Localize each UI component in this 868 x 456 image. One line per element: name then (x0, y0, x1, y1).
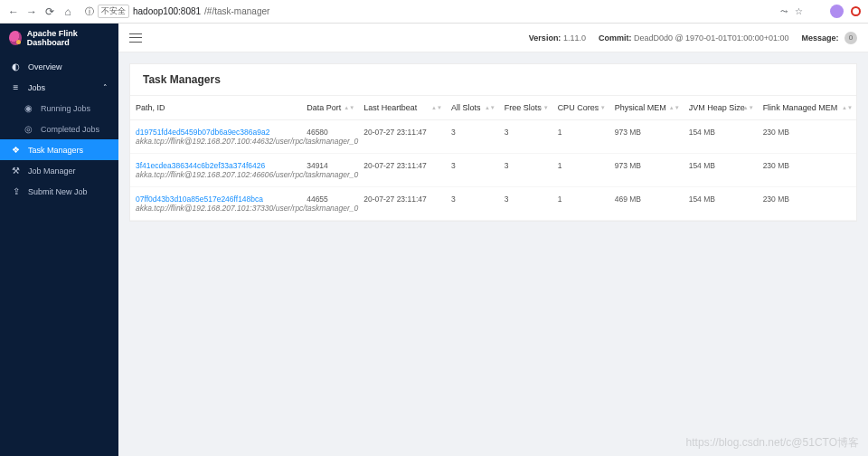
sidebar-label: Submit New Job (28, 187, 88, 196)
cell-free-slots: 3 (499, 154, 552, 187)
tm-id-link[interactable]: 07ff0d43b3d10a85e517e246ff148bca (136, 195, 296, 204)
sidebar-item-jobs[interactable]: ≡ Jobs ˄ (0, 77, 118, 98)
home-icon[interactable]: ⌂ (61, 5, 74, 18)
cell-all-slots: 3 (446, 187, 499, 221)
card-title: Task Managers (130, 64, 856, 96)
col-last-heartbeat[interactable]: Last Heartbeat▲▼ (358, 96, 446, 120)
message-info: Message: 0 (801, 32, 857, 44)
cell-physical-mem: 973 MB (609, 120, 684, 154)
col-jvm-heap[interactable]: JVM Heap Size▲▼ (684, 96, 758, 120)
sort-icon: ▲▼ (669, 106, 680, 109)
sidebar-label: Task Managers (28, 146, 83, 155)
sort-icon: ▲▼ (595, 106, 606, 109)
dashboard-icon: ◐ (11, 62, 21, 71)
sort-icon: ▲▼ (743, 106, 754, 109)
cell-flink-mem: 230 MB (758, 154, 856, 187)
cell-flink-mem: 230 MB (758, 120, 856, 154)
topbar: Version: 1.11.0 Commit: DeadD0d0 @ 1970-… (118, 24, 868, 52)
check-circle-icon: ◎ (24, 124, 33, 134)
tm-akka-path: akka.tcp://flink@192.168.207.101:37330/u… (136, 204, 296, 213)
chevron-up-icon: ˄ (103, 83, 108, 92)
sort-icon: ▲▼ (431, 106, 442, 109)
sidebar-label: Overview (28, 62, 62, 71)
message-count-badge[interactable]: 0 (844, 32, 857, 44)
cell-jvm-heap: 154 MB (684, 154, 758, 187)
flink-logo-icon (9, 31, 22, 45)
cell-physical-mem: 973 MB (609, 154, 684, 187)
menu-toggle-icon[interactable] (129, 32, 142, 44)
col-data-port[interactable]: Data Port▲▼ (301, 96, 358, 120)
table-row[interactable]: d19751fd4ed5459b07db6a9ec386a9a2 akka.tc… (130, 120, 856, 154)
url-host: hadoop100:8081 (133, 6, 201, 16)
cell-free-slots: 3 (499, 187, 552, 221)
col-all-slots[interactable]: All Slots▲▼ (446, 96, 499, 120)
col-free-slots[interactable]: Free Slots▲▼ (499, 96, 552, 120)
chrome-actions: ⤳ ☆ (780, 5, 861, 18)
sort-icon: ▲▼ (842, 106, 853, 109)
cell-cpu-cores: 1 (552, 120, 609, 154)
table-row[interactable]: 3f41ecdea386344c6b2ef33a374f6426 akka.tc… (130, 154, 856, 187)
tm-id-link[interactable]: d19751fd4ed5459b07db6a9ec386a9a2 (136, 128, 296, 137)
play-circle-icon: ◉ (24, 103, 33, 113)
main: Version: 1.11.0 Commit: DeadD0d0 @ 1970-… (118, 24, 868, 456)
tm-id-link[interactable]: 3f41ecdea386344c6b2ef33a374f6426 (136, 161, 296, 170)
col-physical-mem[interactable]: Physical MEM▲▼ (609, 96, 684, 120)
sort-icon: ▲▼ (344, 106, 354, 109)
sidebar-item-completed-jobs[interactable]: ◎ Completed Jobs (0, 119, 118, 139)
info-icon: ⓘ (85, 5, 94, 18)
insecure-badge: 不安全 (98, 5, 129, 18)
browser-chrome: ← → ⟳ ⌂ ⓘ 不安全 hadoop100:8081 /#/task-man… (0, 0, 868, 24)
col-cpu-cores[interactable]: CPU Cores▲▼ (552, 96, 609, 120)
cell-all-slots: 3 (446, 154, 499, 187)
tm-akka-path: akka.tcp://flink@192.168.207.102:46606/u… (136, 170, 296, 179)
sidebar-item-overview[interactable]: ◐ Overview (0, 56, 118, 77)
task-managers-table: Path, ID Data Port▲▼ Last Heartbeat▲▼ Al… (130, 96, 856, 221)
tm-akka-path: akka.tcp://flink@192.168.207.100:44632/u… (136, 137, 296, 146)
sidebar-label: Completed Jobs (41, 125, 99, 134)
cell-cpu-cores: 1 (552, 187, 609, 221)
forward-icon[interactable]: → (25, 5, 38, 18)
sidebar-item-job-manager[interactable]: ⚒ Job Manager (0, 160, 118, 181)
back-icon[interactable]: ← (7, 5, 20, 18)
sort-icon: ▲▼ (485, 106, 495, 109)
sort-icon: ▲▼ (538, 106, 549, 109)
version-info: Version: 1.11.0 (529, 33, 586, 43)
cell-physical-mem: 469 MB (609, 187, 684, 221)
cell-free-slots: 3 (499, 120, 552, 154)
watermark: https://blog.csdn.net/c@51CTO博客 (686, 435, 859, 451)
commit-info: Commit: DeadD0d0 @ 1970-01-01T01:00:00+0… (599, 33, 789, 43)
profile-avatar[interactable] (830, 5, 844, 18)
address-bar[interactable]: ⓘ 不安全 hadoop100:8081 /#/task-manager (80, 4, 775, 20)
sidebar-item-running-jobs[interactable]: ◉ Running Jobs (0, 98, 118, 119)
cell-cpu-cores: 1 (552, 154, 609, 187)
col-flink-managed-mem[interactable]: Flink Managed MEM▲▼ (758, 96, 856, 120)
url-path: /#/task-manager (204, 6, 269, 16)
extension-icon[interactable] (810, 5, 823, 18)
cell-jvm-heap: 154 MB (684, 120, 758, 154)
sidebar-label: Jobs (28, 83, 45, 92)
cell-heartbeat: 20-07-27 23:11:47 (358, 120, 446, 154)
table-row[interactable]: 07ff0d43b3d10a85e517e246ff148bca akka.tc… (130, 187, 856, 221)
sidebar-item-submit-job[interactable]: ⇪ Submit New Job (0, 181, 118, 202)
sidebar-label: Running Jobs (41, 104, 90, 113)
bookmark-icon[interactable]: ☆ (795, 6, 803, 16)
sidebar-item-task-managers[interactable]: ❖ Task Managers (0, 139, 118, 160)
cluster-icon: ❖ (11, 145, 21, 155)
build-icon: ⚒ (11, 166, 21, 176)
cell-flink-mem: 230 MB (758, 187, 856, 221)
sidebar-label: Job Manager (28, 166, 76, 176)
cell-heartbeat: 20-07-27 23:11:47 (358, 154, 446, 187)
table-header: Path, ID Data Port▲▼ Last Heartbeat▲▼ Al… (130, 96, 856, 120)
bars-icon: ≡ (11, 82, 21, 92)
cell-all-slots: 3 (446, 120, 499, 154)
upload-icon: ⇪ (11, 186, 21, 196)
brand-title: Apache Flink Dashboard (27, 29, 109, 47)
sidebar-menu: ◐ Overview ≡ Jobs ˄ ◉ Running Jobs ◎ Com… (0, 52, 118, 205)
cell-jvm-heap: 154 MB (684, 187, 758, 221)
brand: Apache Flink Dashboard (0, 24, 118, 52)
sidebar: Apache Flink Dashboard ◐ Overview ≡ Jobs… (0, 24, 118, 456)
col-path[interactable]: Path, ID (130, 96, 301, 120)
translate-icon[interactable]: ⤳ (780, 6, 788, 16)
stop-icon[interactable] (851, 6, 861, 16)
reload-icon[interactable]: ⟳ (43, 5, 56, 18)
